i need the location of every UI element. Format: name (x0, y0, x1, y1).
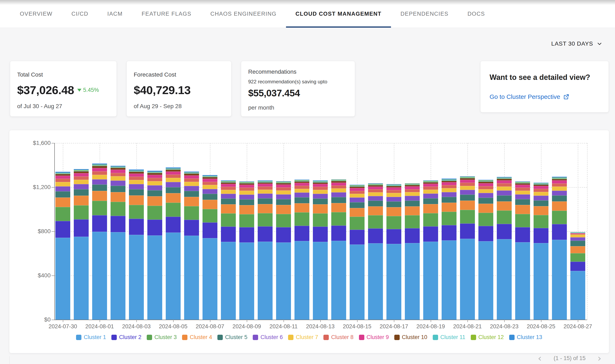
bar-segment-cluster-3[interactable] (184, 206, 199, 220)
bar-segment-cluster-2[interactable] (203, 222, 217, 238)
bar-segment-cluster-9[interactable] (92, 168, 107, 171)
bar-segment-cluster-6[interactable] (515, 194, 530, 199)
bar-2024-08-10[interactable] (258, 180, 273, 320)
bar-segment-cluster-9[interactable] (442, 182, 457, 185)
bar-segment-cluster-10[interactable] (533, 184, 548, 186)
bar-segment-cluster-6[interactable] (386, 197, 401, 201)
bar-segment-cluster-1[interactable] (350, 245, 364, 320)
bar-segment-cluster-6[interactable] (239, 195, 254, 199)
bar-segment-cluster-9[interactable] (368, 187, 383, 189)
bar-segment-cluster-8[interactable] (386, 190, 401, 193)
bar-segment-cluster-6[interactable] (423, 194, 438, 198)
bar-segment-cluster-10[interactable] (552, 179, 567, 180)
bar-segment-cluster-3[interactable] (350, 217, 364, 230)
bar-segment-cluster-4[interactable] (239, 205, 254, 214)
bar-2024-08-25[interactable] (533, 183, 548, 320)
bar-2024-07-31[interactable] (74, 169, 89, 320)
bar-segment-cluster-8[interactable] (111, 173, 126, 176)
bar-segment-cluster-9[interactable] (294, 183, 309, 186)
bar-segment-cluster-8[interactable] (239, 188, 254, 191)
bar-2024-08-17[interactable] (386, 184, 401, 320)
bar-segment-cluster-1[interactable] (331, 241, 346, 320)
bar-segment-cluster-8[interactable] (368, 189, 383, 192)
bar-segment-cluster-1[interactable] (221, 242, 236, 320)
bar-segment-cluster-7[interactable] (239, 191, 254, 195)
bar-segment-cluster-1[interactable] (166, 233, 181, 320)
bar-segment-cluster-8[interactable] (55, 179, 70, 182)
bar-segment-cluster-2[interactable] (460, 223, 475, 239)
tab-feature-flags[interactable]: FEATURE FLAGS (132, 0, 201, 28)
bar-segment-cluster-4[interactable] (166, 193, 181, 203)
bar-segment-cluster-10[interactable] (442, 181, 457, 182)
bar-segment-cluster-10[interactable] (515, 183, 530, 185)
bar-segment-cluster-1[interactable] (460, 239, 475, 320)
bar-segment-cluster-4[interactable] (203, 200, 217, 209)
bar-segment-cluster-4[interactable] (350, 208, 364, 217)
bar-segment-cluster-6[interactable] (460, 190, 475, 195)
bar-segment-cluster-5[interactable] (570, 241, 585, 246)
bar-segment-cluster-3[interactable] (497, 210, 512, 224)
bar-segment-cluster-4[interactable] (74, 196, 89, 205)
bar-segment-cluster-3[interactable] (478, 213, 493, 226)
bar-segment-cluster-7[interactable] (552, 187, 567, 190)
bar-segment-cluster-4[interactable] (129, 195, 144, 205)
bar-segment-cluster-10[interactable] (239, 183, 254, 185)
bar-segment-cluster-7[interactable] (166, 178, 181, 182)
bar-segment-cluster-2[interactable] (147, 220, 162, 236)
bar-segment-cluster-7[interactable] (313, 190, 328, 194)
bar-segment-cluster-5[interactable] (184, 191, 199, 197)
bar-segment-cluster-4[interactable] (533, 206, 548, 215)
bar-segment-cluster-8[interactable] (184, 179, 199, 182)
bar-segment-cluster-2[interactable] (368, 228, 383, 243)
bar-segment-cluster-7[interactable] (147, 181, 162, 185)
bar-segment-cluster-9[interactable] (203, 179, 217, 182)
bar-segment-cluster-5[interactable] (460, 195, 475, 201)
bar-segment-cluster-1[interactable] (368, 243, 383, 320)
bar-segment-cluster-9[interactable] (258, 184, 273, 187)
bar-segment-cluster-6[interactable] (294, 193, 309, 197)
bar-segment-cluster-10[interactable] (111, 168, 126, 170)
bar-segment-cluster-5[interactable] (515, 199, 530, 205)
bar-segment-cluster-10[interactable] (423, 182, 438, 184)
bar-segment-cluster-8[interactable] (497, 183, 512, 187)
bar-segment-cluster-7[interactable] (533, 192, 548, 196)
bar-segment-cluster-4[interactable] (147, 196, 162, 206)
bar-segment-cluster-7[interactable] (570, 235, 585, 237)
bar-segment-cluster-5[interactable] (55, 191, 70, 197)
bar-segment-cluster-6[interactable] (166, 182, 181, 187)
bar-segment-cluster-6[interactable] (405, 196, 420, 200)
bar-segment-cluster-2[interactable] (313, 227, 328, 242)
bar-2024-08-18[interactable] (405, 183, 420, 320)
bar-segment-cluster-3[interactable] (423, 213, 438, 226)
bar-segment-cluster-7[interactable] (92, 175, 107, 179)
bar-segment-cluster-8[interactable] (313, 187, 328, 190)
bar-segment-cluster-4[interactable] (405, 206, 420, 215)
bar-segment-cluster-6[interactable] (111, 181, 126, 186)
bar-segment-cluster-1[interactable] (386, 244, 401, 320)
bar-segment-cluster-5[interactable] (92, 184, 107, 191)
bar-segment-cluster-8[interactable] (221, 187, 236, 190)
bar-segment-cluster-8[interactable] (533, 189, 548, 192)
bar-segment-cluster-2[interactable] (570, 262, 585, 271)
bar-2024-08-13[interactable] (313, 180, 328, 320)
bar-segment-cluster-2[interactable] (55, 221, 70, 238)
bar-segment-cluster-10[interactable] (276, 183, 291, 184)
bar-2024-08-08[interactable] (221, 180, 236, 320)
bar-segment-cluster-4[interactable] (515, 205, 530, 214)
bar-segment-cluster-6[interactable] (74, 184, 89, 189)
bar-segment-cluster-3[interactable] (460, 210, 475, 223)
bar-2024-08-02[interactable] (111, 166, 126, 320)
bar-segment-cluster-8[interactable] (258, 187, 273, 190)
bar-segment-cluster-4[interactable] (497, 201, 512, 210)
bar-segment-cluster-6[interactable] (258, 194, 273, 198)
bar-segment-cluster-8[interactable] (276, 187, 291, 190)
bar-segment-cluster-7[interactable] (405, 192, 420, 196)
bar-segment-cluster-8[interactable] (294, 186, 309, 189)
bar-segment-cluster-2[interactable] (184, 220, 199, 236)
bar-segment-cluster-5[interactable] (405, 201, 420, 206)
bar-segment-cluster-10[interactable] (92, 166, 107, 168)
bar-segment-cluster-10[interactable] (147, 173, 162, 175)
bar-segment-cluster-1[interactable] (405, 243, 420, 320)
bar-segment-cluster-4[interactable] (294, 203, 309, 212)
bar-segment-cluster-1[interactable] (533, 243, 548, 320)
